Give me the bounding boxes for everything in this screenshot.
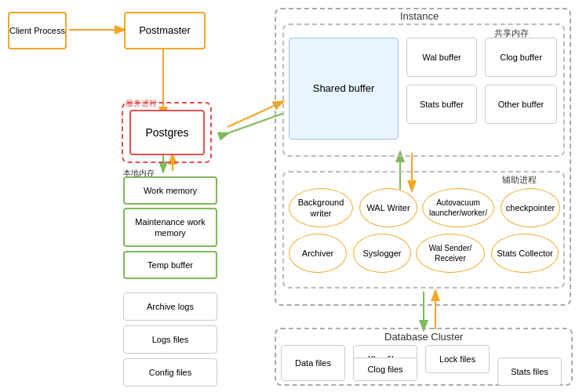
wal-writer-label: WAL Writer bbox=[366, 202, 410, 213]
database-cluster-label: Database Cluster bbox=[384, 331, 463, 343]
archive-logs-label: Archive logs bbox=[147, 301, 194, 312]
stats-files-box: Stats files bbox=[497, 358, 562, 386]
data-files-box: Data files bbox=[281, 345, 345, 381]
autovacuum-oval: Autovacuum launcher/worker/ bbox=[422, 188, 494, 227]
maintenance-work-memory-label: Maintenance work memory bbox=[125, 216, 216, 239]
other-buffer-label: Other buffer bbox=[498, 99, 544, 110]
stats-collector-label: Stats Collector bbox=[497, 248, 553, 259]
syslogger-oval: Syslogger bbox=[353, 234, 411, 273]
clog-files-label2: Clog files bbox=[367, 364, 402, 375]
maintenance-work-memory-box: Maintenance work memory bbox=[123, 208, 217, 247]
lock-files-label: Lock files bbox=[439, 354, 475, 365]
logs-files-label: Logs files bbox=[152, 334, 188, 345]
client-process-label: Client Process bbox=[9, 25, 65, 36]
temp-buffer-label: Temp buffer bbox=[147, 260, 193, 270]
archiver-oval: Archiver bbox=[289, 234, 347, 273]
wal-buffer-box: Wal buffer bbox=[406, 38, 477, 77]
config-files-box: Config files bbox=[123, 358, 217, 387]
auxiliary-process-label: 辅助进程 bbox=[502, 174, 537, 186]
postgres-label: Postgres bbox=[145, 125, 188, 140]
stats-files-label: Stats files bbox=[511, 366, 548, 377]
checkpointer-oval: checkpointer bbox=[501, 188, 560, 227]
shared-buffer-label: Shared buffer bbox=[313, 82, 375, 96]
postmaster-label: Postmaster bbox=[139, 24, 191, 38]
shared-buffer-box: Shared buffer bbox=[289, 38, 399, 140]
diagram: Client Process Postmaster 服务进程 Postgres … bbox=[0, 0, 579, 392]
wal-sender-receiver-oval: Wal Sender/ Receiver bbox=[416, 234, 485, 273]
other-buffer-box: Other buffer bbox=[485, 85, 557, 124]
autovacuum-label: Autovacuum launcher/worker/ bbox=[423, 198, 493, 218]
background-writer-oval: Background writer bbox=[289, 188, 353, 227]
lock-files-box: Lock files bbox=[425, 345, 490, 373]
service-process-label: 服务进程 bbox=[126, 98, 157, 109]
temp-buffer-box: Temp buffer bbox=[123, 251, 217, 279]
client-process-box: Client Process bbox=[8, 12, 67, 49]
stats-buffer-label: Stats buffer bbox=[420, 99, 464, 110]
logs-files-box: Logs files bbox=[123, 325, 217, 354]
syslogger-label: Syslogger bbox=[363, 248, 402, 259]
postgres-box: Postgres bbox=[129, 110, 205, 155]
archiver-label: Archiver bbox=[302, 248, 333, 259]
clog-buffer-label: Clog buffer bbox=[500, 52, 542, 63]
clog-files-bottom-box: Clog files bbox=[353, 358, 417, 381]
background-writer-label: Background writer bbox=[290, 197, 352, 220]
postmaster-box: Postmaster bbox=[124, 12, 206, 49]
data-files-label: Data files bbox=[295, 358, 331, 368]
archive-logs-box: Archive logs bbox=[123, 292, 217, 321]
stats-collector-oval: Stats Collector bbox=[491, 234, 559, 273]
checkpointer-label: checkpointer bbox=[506, 202, 555, 213]
wal-buffer-label: Wal buffer bbox=[422, 52, 461, 63]
work-memory-box: Work memory bbox=[123, 176, 217, 205]
work-memory-label: Work memory bbox=[144, 185, 197, 196]
wal-sender-receiver-label: Wal Sender/ Receiver bbox=[417, 243, 484, 263]
instance-label: Instance bbox=[400, 10, 439, 22]
config-files-label: Config files bbox=[149, 367, 191, 378]
wal-writer-oval: WAL Writer bbox=[359, 188, 417, 227]
stats-buffer-box: Stats buffer bbox=[406, 85, 477, 124]
clog-buffer-box: Clog buffer bbox=[485, 38, 557, 77]
